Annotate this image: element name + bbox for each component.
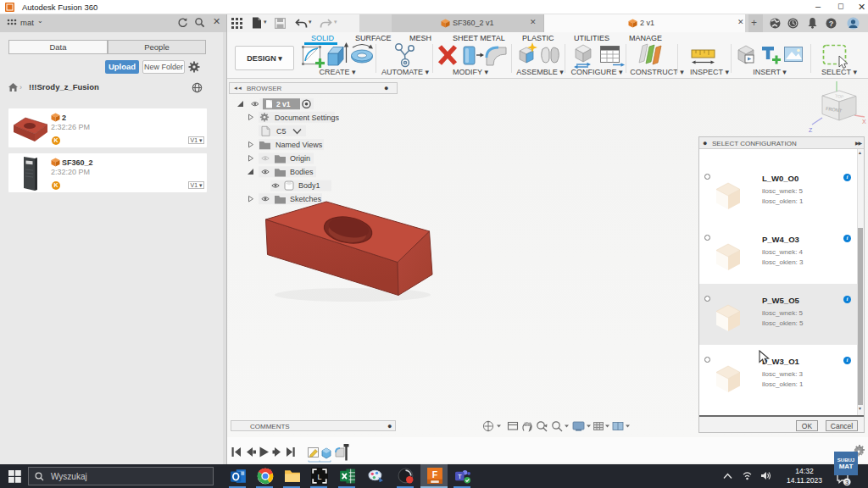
svg-text:Body1: Body1 — [298, 181, 320, 190]
svg-text:Z: Z — [809, 127, 813, 133]
svg-text:T: T — [458, 473, 462, 480]
svg-text:C5: C5 — [276, 127, 287, 136]
svg-text:?: ? — [829, 19, 834, 28]
svg-text:Document Settings: Document Settings — [275, 114, 340, 122]
svg-text:TOP: TOP — [835, 93, 844, 99]
svg-text:Origin: Origin — [290, 154, 310, 163]
svg-text:L: L — [318, 473, 322, 481]
svg-text:F: F — [432, 469, 438, 480]
svg-text:3: 3 — [845, 479, 849, 486]
svg-text:Named Views: Named Views — [275, 141, 323, 149]
svg-text:2 v1: 2 v1 — [276, 100, 291, 108]
svg-text:X: X — [862, 119, 866, 125]
svg-text:Bodies: Bodies — [290, 168, 314, 176]
